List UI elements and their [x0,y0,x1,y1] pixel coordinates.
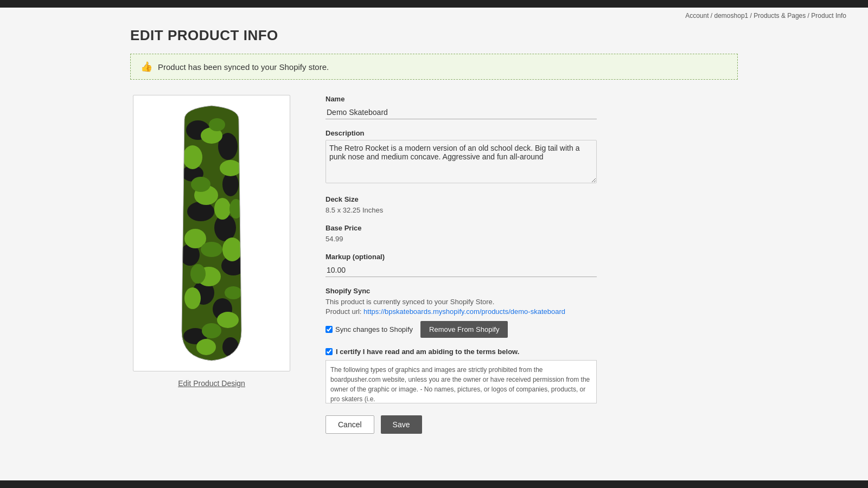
skateboard-image: DEMO DECK [152,103,271,363]
sync-checkbox[interactable] [326,326,333,333]
description-label: Description [326,129,597,137]
svg-point-21 [184,287,201,309]
svg-point-17 [214,198,231,220]
description-field-group: Description The Retro Rocket is a modern… [326,129,597,185]
shopify-sync-label: Shopify Sync [326,287,597,295]
form-section: Name Description The Retro Rocket is a m… [326,95,597,434]
sync-checkbox-text: Sync changes to Shopify [335,325,413,333]
product-image-box: DEMO DECK [133,95,290,371]
svg-point-27 [201,242,222,257]
shopify-url-prefix: Product url: [326,307,363,316]
deck-size-field-group: Deck Size 8.5 x 32.25 Inches [326,195,597,214]
sync-row: Sync changes to Shopify Remove From Shop… [326,321,597,338]
markup-field-group: Markup (optional) [326,253,597,277]
svg-point-25 [191,177,210,192]
top-bar [0,0,868,8]
success-banner: 👍 Product has been synced to your Shopif… [130,54,738,80]
svg-point-19 [222,237,242,261]
base-price-value: 54.99 [326,235,597,243]
cancel-button[interactable]: Cancel [326,415,374,434]
svg-point-15 [220,160,241,176]
base-price-field-group: Base Price 54.99 [326,224,597,243]
deck-size-value: 8.5 x 32.25 Inches [326,206,597,214]
shopify-sync-info: This product is currently synced to your… [326,298,597,306]
markup-label: Markup (optional) [326,253,597,261]
sync-checkbox-label[interactable]: Sync changes to Shopify [326,325,413,333]
markup-input[interactable] [326,264,597,277]
name-input[interactable] [326,106,597,119]
page-title: EDIT PRODUCT INFO [130,27,738,44]
base-price-label: Base Price [326,224,597,232]
svg-point-14 [183,145,202,169]
svg-point-12 [222,337,239,357]
svg-text:DEMO DECK: DEMO DECK [241,130,271,336]
svg-point-30 [202,323,221,338]
certify-label[interactable]: I certify I have read and am abiding to … [326,348,597,356]
shopify-sync-section: Shopify Sync This product is currently s… [326,287,597,338]
shopify-url-row: Product url: https://bpskateboards.mysho… [326,307,597,316]
svg-point-29 [225,286,242,299]
certify-checkbox[interactable] [326,348,333,355]
bottom-bar [0,480,868,488]
svg-point-24 [209,118,225,131]
edit-product-design-link[interactable]: Edit Product Design [178,379,245,388]
svg-point-28 [190,264,206,284]
svg-point-26 [229,199,242,219]
certify-text: I certify I have read and am abiding to … [336,348,519,356]
breadcrumb: Account / demoshop1 / Products & Pages /… [0,8,868,22]
thumbs-up-icon: 👍 [141,61,152,73]
description-textarea[interactable]: The Retro Rocket is a modern version of … [326,140,597,183]
shopify-url-link[interactable]: https://bpskateboards.myshopify.com/prod… [363,307,565,316]
product-image-section: DEMO DECK Edit Product Design [130,95,293,388]
save-button[interactable]: Save [381,415,422,434]
svg-point-5 [187,202,214,221]
terms-box: The following types of graphics and imag… [326,360,597,403]
remove-from-shopify-button[interactable]: Remove From Shopify [420,321,508,338]
terms-text: The following types of graphics and imag… [330,366,590,403]
svg-point-22 [217,312,239,328]
name-label: Name [326,95,597,103]
name-field-group: Name [326,95,597,119]
banner-text: Product has been synced to your Shopify … [158,62,329,72]
deck-size-label: Deck Size [326,195,597,203]
certify-section: I certify I have read and am abiding to … [326,348,597,403]
svg-point-23 [196,339,216,355]
actions-row: Cancel Save [326,415,597,434]
